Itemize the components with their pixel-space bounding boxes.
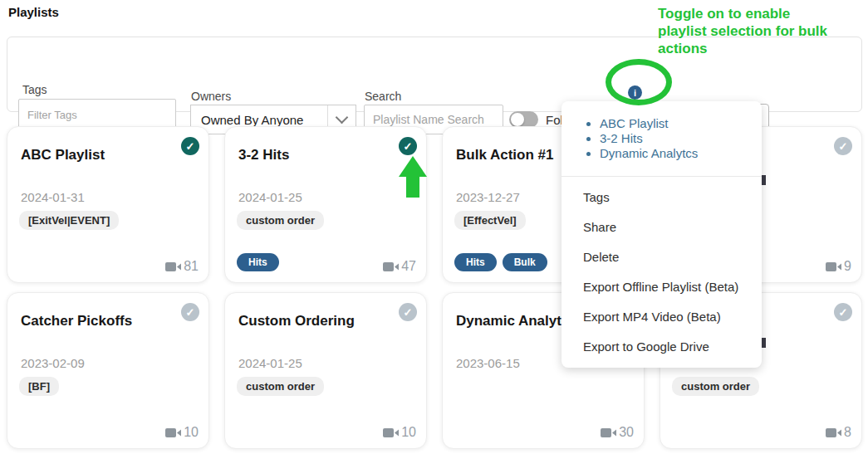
annotation-note: Toggle on to enable playlist selection f… [658,5,867,57]
video-count: 10 [383,425,416,440]
selected-playlist-link[interactable]: ABC Playlist [600,116,762,131]
playlist-date: 2023-12-27 [456,190,520,204]
video-count-value: 81 [184,259,199,274]
info-icon[interactable]: i [628,85,642,100]
video-count-value: 10 [401,425,416,440]
menu-item-export-mp4-video[interactable]: Export MP4 Video (Beta) [562,301,762,331]
menu-divider [562,176,762,177]
video-camera-icon [826,261,841,272]
chevron-down-icon [328,117,356,122]
playlist-card-3-2-hits[interactable]: ✓ 3-2 Hits 2024-01-25 custom order Hits … [224,126,427,283]
hidden-title-fragment [762,175,766,185]
annotation-line: actions [658,40,867,57]
owners-label: Owners [191,90,231,103]
playlist-card-custom-ordering[interactable]: ✓ Custom Ordering 2024-01-25 custom orde… [224,292,427,449]
tags-label: Tags [22,83,47,96]
playlist-title: Dynamic Analytcs [456,313,577,330]
playlist-date: 2023-06-15 [456,356,520,370]
playlist-tag-chip: custom order [237,211,324,230]
video-count-value: 30 [619,425,634,440]
folder-view-toggle[interactable] [509,111,538,128]
playlist-card-abc-playlist[interactable]: ✓ ABC Playlist 2024-01-31 [ExitVel|EVENT… [7,126,209,283]
page-title: Playlists [8,5,59,19]
video-count: 8 [826,425,851,440]
playlist-tag-chip: [EffectVel] [454,211,526,230]
playlist-title: 3-2 Hits [238,147,289,164]
video-count: 47 [383,259,416,274]
playlist-title: Custom Ordering [238,313,355,330]
playlist-label-pill: Hits [454,253,497,271]
playlist-tag-chip: [ExitVel|EVENT] [19,211,119,230]
selected-playlists-list: ABC Playlist 3-2 Hits Dynamic Analytcs [562,116,762,161]
video-camera-icon [826,427,841,438]
owners-selected-value: Owned By Anyone [191,113,327,127]
annotation-line: Toggle on to enable [658,5,867,22]
menu-item-share[interactable]: Share [562,212,762,242]
playlist-title: Bulk Action #1 [456,147,553,164]
menu-item-export-google-drive[interactable]: Export to Google Drive [562,331,762,361]
playlist-date: 2024-01-25 [238,356,302,370]
playlist-title: Catcher Pickoffs [21,313,132,330]
menu-item-export-offline-playlist[interactable]: Export Offline Playlist (Beta) [562,271,762,301]
video-camera-icon [383,261,399,272]
selected-check-icon[interactable]: ✓ [399,137,417,155]
selected-playlist-link[interactable]: 3-2 Hits [600,131,762,146]
unselected-check-icon[interactable]: ✓ [834,303,852,321]
video-camera-icon [383,427,399,438]
video-count: 9 [826,259,851,274]
playlist-tag-chip: custom order [672,377,759,396]
selected-check-icon[interactable]: ✓ [181,137,199,155]
playlist-title: ABC Playlist [21,147,105,164]
playlist-tag-chip: custom order [237,377,324,396]
unselected-check-icon[interactable]: ✓ [834,137,852,155]
video-count-value: 8 [844,425,851,440]
video-count: 81 [165,259,199,274]
video-count: 30 [601,425,634,440]
menu-item-tags[interactable]: Tags [562,182,762,212]
playlist-label-pill: Hits [237,253,279,271]
playlist-label-pill: Bulk [503,253,547,271]
video-count-value: 10 [184,425,199,440]
annotation-line: playlist selection for bulk [658,22,867,40]
search-label: Search [365,90,401,103]
playlist-date: 2024-01-31 [21,190,85,204]
video-camera-icon [165,261,181,272]
selected-playlist-link[interactable]: Dynamic Analytcs [600,146,762,161]
menu-item-delete[interactable]: Delete [562,242,762,271]
bulk-actions-menu: ABC Playlist 3-2 Hits Dynamic Analytcs T… [562,101,762,368]
video-count: 10 [165,425,199,440]
playlist-tag-chip: [BF] [19,377,59,396]
hidden-title-fragment [762,338,766,348]
video-count-value: 9 [844,259,851,274]
video-camera-icon [165,427,181,438]
unselected-check-icon[interactable]: ✓ [181,303,199,321]
playlist-date: 2024-01-25 [238,190,302,204]
video-count-value: 47 [401,259,416,274]
playlist-date: 2023-02-09 [21,356,85,370]
unselected-check-icon[interactable]: ✓ [399,303,417,321]
playlist-card-catcher-pickoffs[interactable]: ✓ Catcher Pickoffs 2023-02-09 [BF] 10 [7,292,209,449]
video-camera-icon [601,427,616,438]
